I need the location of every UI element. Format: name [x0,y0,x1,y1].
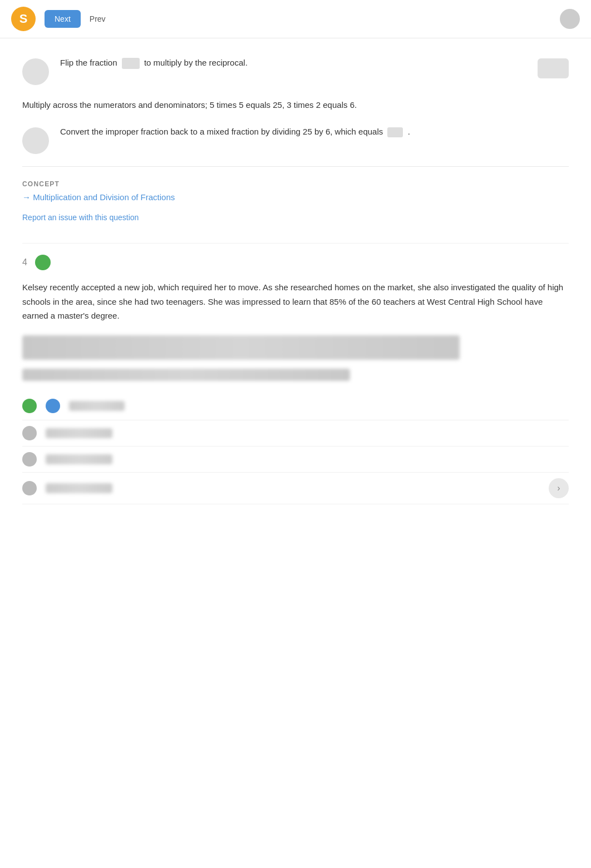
fraction-inline-1 [122,58,140,69]
choice-a-dot [22,426,37,440]
solution-section: Flip the fraction to multiply by the rec… [22,38,569,167]
avatar [560,9,580,29]
next-button[interactable]: Next [45,10,81,28]
choices-header-blurred [69,401,125,411]
step-1-text: Flip the fraction to multiply by the rec… [60,56,526,70]
choice-b-row[interactable] [22,446,569,472]
choice-a-row[interactable] [22,420,569,446]
question-number: 4 [22,257,27,267]
step-3-icon [22,127,49,154]
next-arrow-button[interactable]: › [549,478,569,498]
fraction-inline-2 [387,127,403,137]
step-2-row: Multiply across the numerators and denom… [22,92,569,118]
header-dot-green [22,399,37,413]
answer-choices: › [22,392,569,504]
choice-b-dot [22,452,37,467]
report-issue-link[interactable]: Report an issue with this question [22,213,569,222]
step-3-text: Convert the improper fraction back to a … [60,125,569,138]
choice-c-dot [22,481,37,495]
blurred-question-line-2 [22,369,350,381]
main-content: Flip the fraction to multiply by the rec… [0,38,591,515]
step-2-text: Multiply across the numerators and denom… [22,98,569,112]
choices-header-row [22,392,569,420]
header-dot-blue [46,399,60,413]
step-1-icon [22,58,49,85]
step-1-row: Flip the fraction to multiply by the rec… [22,49,569,92]
question-4-section: 4 Kelsey recently accepted a new job, wh… [22,243,569,515]
question-number-row: 4 [22,255,569,270]
choice-c-label-blurred [46,483,112,493]
step-3-row: Convert the improper fraction back to a … [22,118,569,161]
concept-link[interactable]: → Multiplication and Division of Fractio… [22,192,569,202]
blurred-question-line-1 [22,335,460,360]
choice-b-label-blurred [46,454,112,464]
concept-label: CONCEPT [22,180,569,188]
arrow-right-icon: › [557,483,560,493]
step-1-side-icon [538,58,569,78]
blurred-question-area [22,335,569,381]
concept-section: CONCEPT → Multiplication and Division of… [22,167,569,243]
question-dot-green [35,255,51,270]
choice-a-label-blurred [46,428,112,438]
top-right-area [560,9,580,29]
choice-c-row[interactable]: › [22,472,569,504]
top-bar: S Next Prev [0,0,591,38]
logo-icon: S [11,7,36,31]
question-body-text: Kelsey recently accepted a new job, whic… [22,280,569,323]
prev-text: Prev [90,14,106,23]
